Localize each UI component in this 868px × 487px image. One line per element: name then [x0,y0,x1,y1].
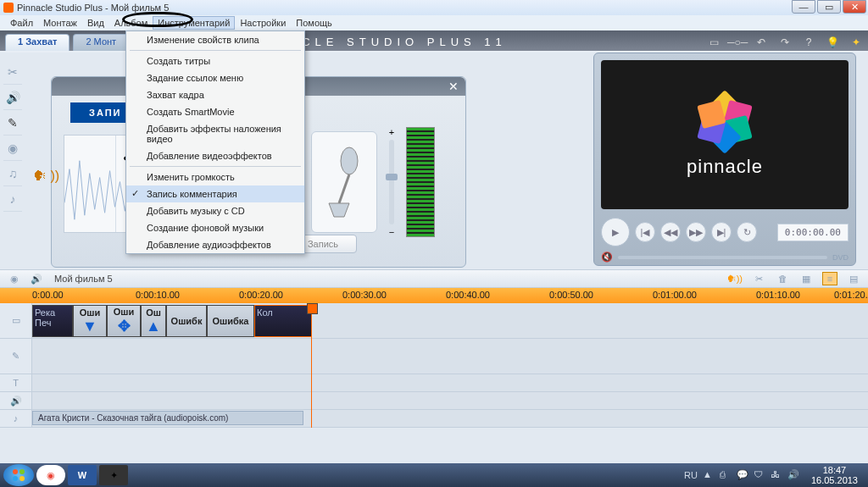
storyboard-view-icon[interactable]: ▦ [798,272,814,285]
menu-tools[interactable]: Инструментарий [153,16,235,30]
minimize-button[interactable]: — [792,0,815,14]
timeline-toolbar: ◉ 🔊 Мой фильм 5 🗣)) ✂ 🗑 ▦ ≡ ▤ [0,269,868,288]
clip-2[interactable]: Кол [254,305,312,337]
clip-1[interactable]: Река Печ [32,305,73,337]
menu-view[interactable]: Вид [82,16,109,30]
razor-icon[interactable]: ✂ [751,272,766,285]
tab-edit[interactable]: 2 Монт [73,34,129,51]
dd-overlay-effects[interactable]: Добавить эффекты наложения видео [126,120,304,147]
speaker-wave-icon: 🗣 )) [33,169,59,184]
plus-icon: + [389,127,394,137]
voice-track-icon[interactable]: 🔊 [0,392,32,409]
scribble-icon[interactable]: ✎ [3,110,22,136]
clip-err-4[interactable]: Ошибк [166,305,207,337]
menu-help[interactable]: Помощь [291,16,337,30]
close-button[interactable]: ✕ [843,0,866,14]
app-icon [3,3,14,13]
menu-bar: Файл Монтаж Вид Альбом Инструментарий На… [0,15,868,30]
title-track-icon[interactable]: T [0,374,32,391]
preview-screen: pinnacle [601,60,849,209]
minus-icon: − [389,227,394,237]
dd-clip-properties[interactable]: Изменение свойств клипа [126,31,304,48]
disc-icon[interactable]: ◉ [3,136,22,161]
dd-bg-music[interactable]: Создание фоновой музыки [126,219,304,236]
overlay-track: ✎ [0,339,868,374]
dd-menu-links[interactable]: Задание ссылок меню [126,69,304,86]
slider-icon[interactable]: ─○─ [731,36,744,49]
dd-add-cd-music[interactable]: Добавить музыку с CD [126,202,304,219]
premium-icon[interactable]: ✦ [849,36,863,49]
start-button[interactable] [3,464,34,486]
panel-close-icon[interactable]: ✕ [448,80,459,93]
clip-err-1[interactable]: Оши▼ [73,305,107,337]
timeline-section: ◉ 🔊 Мой фильм 5 🗣)) ✂ 🗑 ▦ ≡ ▤ 0:00.00 0:… [0,269,868,463]
dd-audio-effects[interactable]: Добавление аудиоэффектов [126,236,304,253]
dd-change-volume[interactable]: Изменить громкость [126,169,304,185]
note-icon[interactable]: ♪ [3,186,22,212]
tray-volume-icon[interactable]: 🔊 [787,469,799,481]
timecode-display: 0:00:00.00 [777,224,849,241]
tray-clock[interactable]: 18:47 16.05.2013 [804,465,865,485]
tool-disc-icon[interactable]: ◉ [7,272,22,285]
clip-err-2[interactable]: Оши✥ [107,305,141,337]
rewind-button[interactable]: ◀◀ [660,222,681,242]
side-toolbox: ✂ 🔊 ✎ ◉ ♫ ♪ [3,59,22,212]
time-ruler[interactable]: 0:00.00 0:00:10.00 0:00:20.00 0:00:30.00… [0,288,868,303]
overlay-track-icon[interactable]: ✎ [0,339,32,374]
maximize-button[interactable]: ▭ [817,0,841,14]
tray-printer-icon[interactable]: ⎙ [720,469,732,481]
tray-lang[interactable]: RU [684,470,698,480]
preview-panel: pinnacle ▶ |◀ ◀◀ ▶▶ ▶| ↻ 0:00:00.00 🔇 DV… [593,53,856,266]
check-icon: ✓ [131,188,139,199]
scissors-icon[interactable]: ✂ [3,59,22,85]
dd-smartmovie[interactable]: Создать SmartMovie [126,103,304,120]
music-track-icon[interactable]: ♪ [0,410,32,427]
bulb-icon[interactable]: 💡 [826,36,839,49]
help-icon[interactable]: ? [802,36,815,49]
video-track-body[interactable]: Река Печ Оши▼ Оши✥ Ош▲ Ошибк Ошибка Кол [32,303,868,338]
forward-button[interactable]: ▶▶ [686,222,706,242]
tab-capture[interactable]: 1 Захват [5,34,70,51]
go-end-button[interactable]: ▶| [711,222,732,242]
play-button[interactable]: ▶ [601,218,630,246]
tool-speaker-icon[interactable]: 🔊 [29,272,44,285]
tray-network-icon[interactable]: 🖧 [771,469,782,481]
dvd-icon[interactable]: DVD [832,253,849,262]
dd-create-titles[interactable]: Создать титры [126,53,304,69]
music-icon[interactable]: ♫ [3,161,22,186]
layout-icon[interactable]: ▭ [707,36,721,49]
tray-chat-icon[interactable]: 💬 [737,469,748,481]
redo-icon[interactable]: ↷ [778,36,792,49]
volume-slider[interactable]: + − [389,127,394,237]
timeline-title: Мой фильм 5 [54,274,113,284]
menu-settings[interactable]: Настройки [235,16,291,30]
svg-point-3 [19,469,25,474]
audio-clip[interactable]: Агата Кристи - Сказочная тайга (audiopoi… [32,411,303,425]
menu-edit[interactable]: Монтаж [38,16,82,30]
menu-file[interactable]: Файл [5,16,38,30]
volume-track[interactable] [618,256,827,259]
trash-icon[interactable]: 🗑 [775,272,790,285]
loop-button[interactable]: ↻ [737,222,757,242]
playhead[interactable] [311,303,312,428]
dd-grab-frame[interactable]: Захват кадра [126,86,304,103]
undo-icon[interactable]: ↶ [754,36,768,49]
dd-video-effects[interactable]: Добавление видеоэффектов [126,147,304,164]
svg-point-2 [13,469,18,474]
clip-err-5[interactable]: Ошибка [207,305,254,337]
go-start-button[interactable]: |◀ [635,222,655,242]
taskbar-pinnacle[interactable]: ✦ [99,465,128,485]
menu-album[interactable]: Альбом [109,16,153,30]
taskbar-chrome[interactable]: ◉ [36,465,65,485]
speaker-icon[interactable]: 🔊 [3,85,22,110]
svg-line-1 [339,174,349,203]
dd-record-comment[interactable]: ✓Запись комментария [126,185,304,202]
clip-err-3[interactable]: Ош▲ [141,305,166,337]
text-view-icon[interactable]: ▤ [846,272,861,285]
video-track-icon[interactable]: ▭ [0,303,32,338]
tray-shield-icon[interactable]: 🛡 [754,469,765,481]
timeline-view-icon[interactable]: ≡ [822,272,837,285]
mute-icon[interactable]: 🔇 [601,252,613,263]
tray-flag-icon[interactable]: ▲ [703,469,715,481]
taskbar-word[interactable]: W [68,465,97,485]
